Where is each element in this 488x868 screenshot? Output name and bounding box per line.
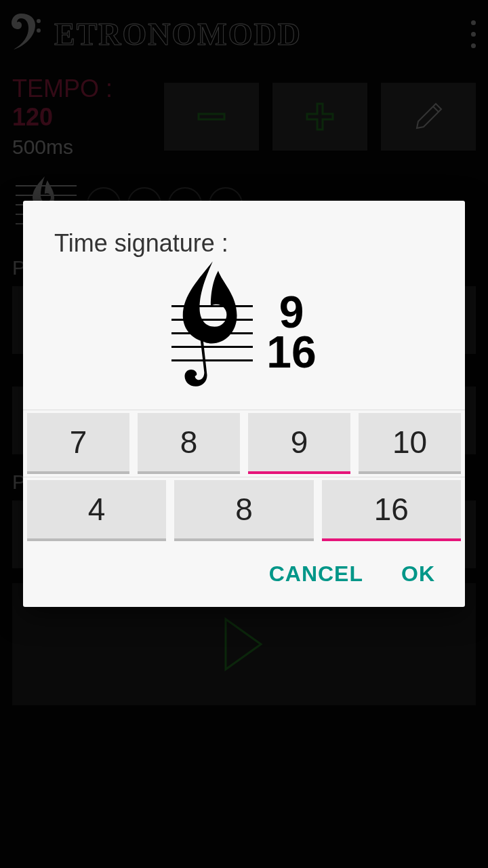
denominator-option-8[interactable]: 8 (174, 480, 313, 541)
denominator-option-4[interactable]: 4 (27, 480, 166, 541)
numerator-option-10[interactable]: 10 (359, 413, 461, 474)
numerator-option-9[interactable]: 9 (248, 413, 350, 474)
cancel-button[interactable]: CANCEL (269, 561, 363, 587)
numerator-picker: 78910 (23, 410, 465, 477)
numerator-option-8[interactable]: 8 (138, 413, 240, 474)
denominator-picker: 4816 (23, 477, 465, 544)
dialog-actions: CANCEL OK (23, 544, 465, 604)
denominator-option-16[interactable]: 16 (322, 480, 461, 541)
time-signature-dialog: Time signature : 9 16 78910 4816 CANCEL … (23, 201, 465, 607)
numerator-option-7[interactable]: 7 (27, 413, 129, 474)
staff-with-clef (171, 271, 253, 393)
treble-clef-icon (143, 258, 279, 407)
signature-display: 9 16 (23, 271, 465, 410)
ok-button[interactable]: OK (401, 561, 435, 587)
